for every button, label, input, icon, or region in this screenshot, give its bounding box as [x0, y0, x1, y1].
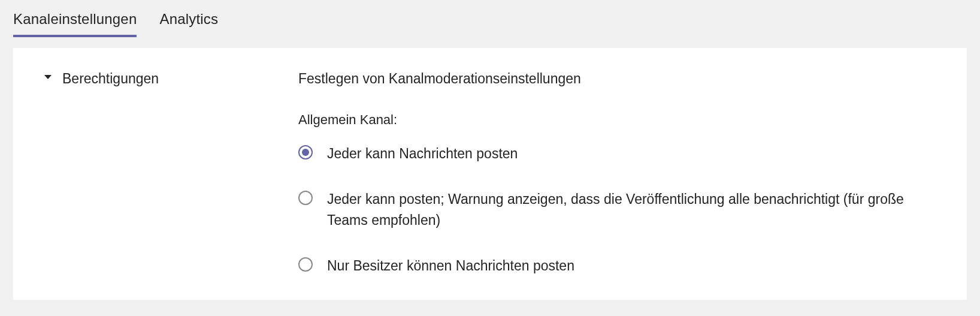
tabs-bar: Kanaleinstellungen Analytics [0, 0, 980, 37]
section-subtitle: Festlegen von Kanalmoderationseinstellun… [298, 71, 936, 87]
radio-label: Jeder kann posten; Warnung anzeigen, das… [327, 189, 920, 231]
permissions-section: Berechtigungen Festlegen von Kanalmodera… [44, 71, 936, 277]
tab-analytics[interactable]: Analytics [159, 11, 218, 37]
section-title: Berechtigungen [62, 71, 290, 87]
settings-panel: Berechtigungen Festlegen von Kanalmodera… [13, 48, 967, 300]
tabs-row: Kanaleinstellungen Analytics [13, 11, 967, 37]
radio-icon [298, 257, 313, 272]
moderation-radio-group: Jeder kann Nachrichten posten Jeder kann… [298, 143, 936, 277]
radio-icon [298, 145, 313, 159]
radio-option-everyone-post-warning[interactable]: Jeder kann posten; Warnung anzeigen, das… [298, 189, 936, 231]
section-content: Festlegen von Kanalmoderationseinstellun… [298, 71, 936, 277]
radio-dot-icon [302, 149, 309, 156]
radio-label: Nur Besitzer können Nachrichten posten [327, 255, 574, 277]
section-expand-toggle[interactable] [44, 75, 54, 79]
radio-option-everyone-post[interactable]: Jeder kann Nachrichten posten [298, 143, 936, 165]
radio-icon [298, 191, 313, 205]
chevron-down-icon [44, 75, 52, 79]
radio-label: Jeder kann Nachrichten posten [327, 143, 518, 165]
radio-option-owners-only[interactable]: Nur Besitzer können Nachrichten posten [298, 255, 936, 277]
channel-label: Allgemein Kanal: [298, 112, 936, 128]
tab-channel-settings[interactable]: Kanaleinstellungen [13, 11, 137, 37]
